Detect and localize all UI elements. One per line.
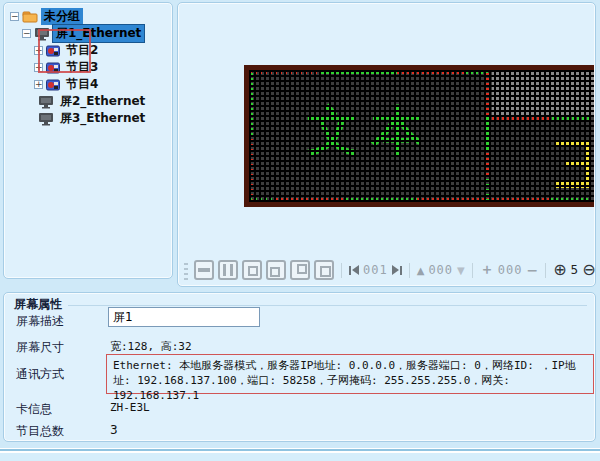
screen-tree-panel: − 未分组 − 屏1_Ethernet + 节目2 + 节目3 + 节目4: [3, 2, 173, 279]
toolbar-grip[interactable]: [184, 260, 188, 280]
next-page-button[interactable]: [392, 265, 402, 275]
led-region-yellow-text[interactable]: [492, 120, 594, 198]
screen-size-value: 宽:128, 高:32: [110, 339, 192, 354]
page-number: 001: [363, 263, 388, 277]
layout-region-center-icon[interactable]: [242, 260, 262, 280]
led-pixel-matrix: 文本: [249, 70, 594, 202]
program-count-label: 节目总数: [16, 423, 64, 440]
expand-expander-icon[interactable]: +: [34, 80, 43, 89]
region-border-dash: [486, 70, 490, 116]
yellow-pixel-stroke: [556, 140, 584, 146]
tree-item-screen1[interactable]: − 屏1_Ethernet: [4, 25, 172, 42]
tree-item-label[interactable]: 节目3: [63, 59, 101, 76]
yellow-pixel-stroke: [564, 161, 584, 167]
region-border-dash: [492, 116, 552, 120]
screen-properties-panel: 屏幕属性 屏幕描述 屏幕尺寸 宽:128, 高:32 通讯方式 Ethernet…: [3, 292, 596, 442]
layout-split-horizontal-icon[interactable]: [194, 260, 214, 280]
tree-item-label[interactable]: 屏3_Ethernet: [57, 110, 148, 127]
remove-button[interactable]: −: [526, 262, 538, 278]
collapse-expander-icon[interactable]: −: [22, 29, 31, 38]
comm-method-value: Ethernet: 本地服务器模式，服务器IP地址: 0.0.0.0，服务器端口…: [106, 354, 594, 394]
region-border-dash: [486, 176, 490, 202]
region-border-dash: [397, 70, 465, 74]
add-button[interactable]: ＋: [480, 261, 494, 279]
expand-expander-icon[interactable]: +: [34, 46, 43, 55]
card-info-value: ZH-E3L: [110, 401, 150, 414]
led-screen-preview[interactable]: 文本: [244, 65, 594, 207]
region-border-dash: [249, 70, 321, 74]
comm-method-label: 通讯方式: [16, 366, 64, 383]
region-border-dash: [417, 198, 489, 202]
collapse-expander-icon[interactable]: −: [10, 12, 19, 21]
region-border-dash: [345, 198, 417, 202]
region-border-dash: [249, 198, 275, 202]
region-border-dash: [492, 198, 550, 202]
layout-cascade-icon[interactable]: [314, 260, 334, 280]
tree-item-label[interactable]: 节目2: [63, 42, 101, 59]
section-title: 屏幕属性: [14, 296, 62, 313]
region-border-dash: [486, 150, 490, 176]
card-info-label: 卡信息: [16, 401, 52, 418]
toolbar-separator: [545, 263, 546, 278]
toolbar-separator: [341, 263, 342, 278]
zoom-in-icon[interactable]: ⊕: [553, 262, 566, 278]
tree-item-label[interactable]: 屏2_Ethernet: [57, 93, 148, 110]
layout-region-left-icon[interactable]: [266, 260, 286, 280]
toolbar-separator: [472, 263, 473, 278]
region-border-dash: [275, 198, 345, 202]
tree-item-program4[interactable]: + 节目4: [4, 76, 172, 93]
zoom-level: 5: [571, 263, 579, 277]
status-strip: [0, 452, 600, 461]
yellow-pixel-stroke: [584, 140, 590, 188]
move-up-button[interactable]: ▲: [417, 265, 425, 276]
properties-section-header: 屏幕属性: [14, 296, 587, 313]
monitor-icon: [38, 112, 54, 126]
tree-item-screen3[interactable]: 屏3_Ethernet: [4, 110, 172, 127]
program-icon: [46, 79, 60, 91]
screen-size-label: 屏幕尺寸: [16, 339, 64, 356]
tree-item-label[interactable]: 节目4: [63, 76, 101, 93]
region-border-dash: [550, 198, 590, 202]
tree-item-program2[interactable]: + 节目2: [4, 42, 172, 59]
yellow-pixel-stroke: [556, 182, 584, 188]
layout-region-top-icon[interactable]: [290, 260, 310, 280]
layout-split-vertical-icon[interactable]: [218, 260, 238, 280]
region-border-dash: [249, 70, 253, 136]
tree-item-label[interactable]: 未分组: [41, 8, 83, 25]
region-border-dash: [486, 116, 490, 150]
screen-description-input[interactable]: [108, 307, 260, 327]
led-text-content: 文本: [307, 104, 435, 156]
screen-description-label: 屏幕描述: [16, 313, 64, 330]
led-preview-panel: 文本: [177, 2, 596, 287]
folder-icon: [22, 10, 38, 23]
led-region-gray[interactable]: [492, 70, 594, 116]
monitor-icon: [38, 95, 54, 109]
region-border-dash: [249, 136, 253, 202]
move-down-button[interactable]: ▼: [457, 265, 465, 276]
led-region-text[interactable]: 文本: [249, 70, 489, 202]
section-divider: [68, 305, 587, 306]
toolbar-separator: [409, 263, 410, 278]
tree-item-ungrouped[interactable]: − 未分组: [4, 8, 172, 25]
program-icon: [46, 45, 60, 57]
program-icon: [46, 62, 60, 74]
region-border-dash: [321, 70, 397, 74]
first-page-button[interactable]: [349, 265, 359, 275]
expand-expander-icon[interactable]: +: [34, 63, 43, 72]
tree-item-label[interactable]: 屏1_Ethernet: [53, 25, 144, 42]
region-border-dash: [552, 116, 592, 120]
tree-item-program3[interactable]: + 节目3: [4, 59, 172, 76]
preview-toolbar: 001 ▲ 000 ▼ ＋ 000 − ⊕ 5 ⊖: [184, 257, 596, 283]
zoom-out-icon[interactable]: ⊖: [582, 262, 595, 278]
stay-value: 000: [498, 263, 523, 277]
program-count-value: 3: [110, 423, 118, 437]
flip-value: 000: [428, 263, 453, 277]
monitor-icon: [34, 27, 50, 41]
tree-item-screen2[interactable]: 屏2_Ethernet: [4, 93, 172, 110]
